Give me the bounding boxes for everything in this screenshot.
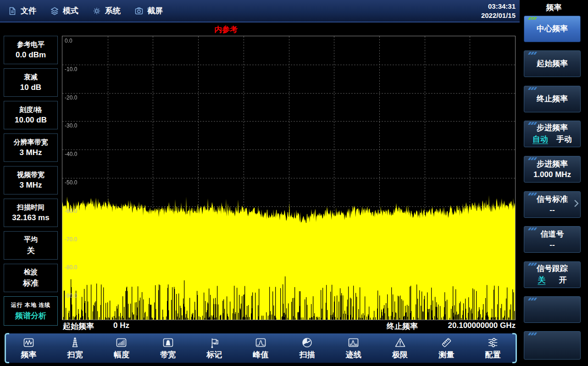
screenshot-icon xyxy=(134,6,144,16)
toolbar-config-label: 配置 xyxy=(485,349,500,360)
toolbar-marker-label: 标记 xyxy=(206,349,222,360)
menu-mode[interactable]: 模式 xyxy=(50,6,78,16)
signal-tracking-label: 信号跟踪 xyxy=(537,264,568,273)
attenuation-label: 衰减 xyxy=(24,73,38,82)
tracking-off-option[interactable]: 关 xyxy=(538,275,545,285)
vbw-value: 3 MHz xyxy=(19,181,42,190)
ytick-60: -60.0 xyxy=(65,208,77,214)
empty-softkey-button-1[interactable] xyxy=(524,296,581,323)
step-frequency-mode-label: 步进频率 xyxy=(537,123,568,133)
toolbar-measure-label: 测量 xyxy=(438,349,454,360)
config-icon xyxy=(487,337,499,349)
toolbar-limit-label: 极限 xyxy=(392,349,408,360)
step-auto-option[interactable]: 自动 xyxy=(533,134,548,144)
detector-value: 标准 xyxy=(23,278,39,288)
average-box[interactable]: 平均 关 xyxy=(4,231,58,260)
step-frequency-mode-button[interactable]: 步进频率 自动 手动 xyxy=(524,121,581,147)
button-indicator-icon xyxy=(529,227,536,230)
ytick-90: -90.0 xyxy=(65,293,77,299)
detector-label: 检波 xyxy=(24,268,38,277)
menu-mode-label: 模式 xyxy=(63,6,78,16)
frequency-status-line: 起始频率 0 Hz 终止频率 20.100000000 GHz xyxy=(62,321,516,331)
ref-level-box[interactable]: 参考电平 0.0 dBm xyxy=(4,36,58,64)
tracking-on-option[interactable]: 开 xyxy=(559,275,567,285)
step-manual-option[interactable]: 手动 xyxy=(556,134,572,144)
ytick-30: -30.0 xyxy=(65,122,77,129)
clock: 03:34:31 2022/01/15 xyxy=(481,2,516,20)
run-status-box: 运行 本地 连续 频谱分析 xyxy=(4,296,58,326)
toolbar-peak[interactable]: 峰值 xyxy=(238,333,284,363)
empty-softkey-button-2[interactable] xyxy=(524,331,581,360)
start-frequency-label: 起始频率 xyxy=(63,321,94,332)
toolbar-span-label: 扫宽 xyxy=(67,349,83,360)
rbw-label: 分辨率带宽 xyxy=(14,138,48,147)
attenuation-box[interactable]: 衰减 10 dB xyxy=(4,68,58,97)
toolbar-span[interactable]: 扫宽 xyxy=(52,333,98,363)
sweep-time-box[interactable]: 扫描时间 32.163 ms xyxy=(4,199,58,227)
toolbar-bandwidth[interactable]: 带宽 xyxy=(145,333,191,363)
span-icon xyxy=(69,337,81,349)
sweep-time-label: 扫描时间 xyxy=(17,203,44,212)
toolbar-bandwidth-label: 带宽 xyxy=(160,349,176,360)
toolbar-config[interactable]: 配置 xyxy=(470,333,516,363)
run-status-text: 运行 本地 连续 xyxy=(11,301,51,309)
ytick-10: -10.0 xyxy=(65,66,77,72)
toolbar-frequency[interactable]: 频率 xyxy=(6,333,52,363)
right-softkey-panel: 频率 中心频率 起始频率 终止频率 步进频率 自动 手动 步进频率 1.000 … xyxy=(520,0,588,366)
toolbar-right-bracket xyxy=(512,333,517,363)
toolbar-amplitude[interactable]: 幅度 xyxy=(98,333,144,363)
toolbar-trace[interactable]: 迹线 xyxy=(330,333,377,363)
scale-div-value: 10.00 dB xyxy=(15,116,47,125)
stop-frequency-value: 20.100000000 GHz xyxy=(448,321,516,330)
vbw-label: 视频带宽 xyxy=(17,171,44,179)
toolbar-marker[interactable]: 标记 xyxy=(191,333,238,363)
menu-screenshot[interactable]: 截屏 xyxy=(134,6,163,16)
limit-icon xyxy=(394,337,406,349)
toolbar-sweep[interactable]: 扫描 xyxy=(284,333,330,363)
start-frequency-button[interactable]: 起始频率 xyxy=(524,50,581,77)
vbw-box[interactable]: 视频带宽 3 MHz xyxy=(4,166,58,194)
stop-frequency-button[interactable]: 终止频率 xyxy=(524,86,581,112)
trace-icon xyxy=(347,337,360,349)
peak-icon xyxy=(255,337,267,349)
signal-standard-button[interactable]: 信号标准 -- xyxy=(524,191,581,218)
step-frequency-value-button[interactable]: 步进频率 1.000 MHz xyxy=(524,156,581,183)
button-indicator-icon xyxy=(529,333,536,335)
ytick-50: -50.0 xyxy=(65,179,77,186)
toolbar-sweep-label: 扫描 xyxy=(300,349,315,360)
frequency-icon xyxy=(22,337,35,349)
time-text: 03:34:31 xyxy=(481,2,516,11)
sweep-time-value: 32.163 ms xyxy=(12,213,49,222)
center-frequency-label: 中心频率 xyxy=(537,24,568,33)
detector-box[interactable]: 检波 标准 xyxy=(4,264,58,292)
channel-number-button[interactable]: 信道号 -- xyxy=(524,226,581,253)
average-label: 平均 xyxy=(24,235,38,244)
button-indicator-icon xyxy=(529,298,536,300)
scale-div-box[interactable]: 刻度/格 10.00 dB xyxy=(4,101,58,129)
scale-div-label: 刻度/格 xyxy=(19,105,42,114)
toolbar-amplitude-label: 幅度 xyxy=(114,349,129,360)
button-indicator-icon xyxy=(529,263,536,266)
center-frequency-button[interactable]: 中心频率 xyxy=(524,16,581,42)
start-frequency-value: 0 Hz xyxy=(113,321,129,330)
gear-icon xyxy=(92,6,101,16)
stop-frequency-label: 终止频率 xyxy=(387,321,418,332)
active-indicator-icon xyxy=(529,17,536,20)
menu-file-label: 文件 xyxy=(21,6,36,16)
button-indicator-icon xyxy=(529,122,536,125)
ref-level-label: 参考电平 xyxy=(17,40,44,49)
button-indicator-icon xyxy=(529,157,536,160)
file-icon xyxy=(8,6,17,16)
menu-system[interactable]: 系统 xyxy=(92,6,121,16)
rbw-box[interactable]: 分辨率带宽 3 MHz xyxy=(4,133,58,162)
ytick-70: -70.0 xyxy=(65,236,77,243)
menu-file[interactable]: 文件 xyxy=(8,6,36,16)
signal-tracking-button[interactable]: 信号跟踪 关 开 xyxy=(524,261,581,288)
menu-system-label: 系统 xyxy=(105,6,121,16)
stop-frequency-button-label: 终止频率 xyxy=(537,94,568,104)
toolbar-trace-label: 迹线 xyxy=(346,349,361,360)
start-frequency-button-label: 起始频率 xyxy=(537,59,568,68)
toolbar-limit[interactable]: 极限 xyxy=(377,333,423,363)
internal-reference-label: 内参考 xyxy=(214,24,238,35)
toolbar-measure[interactable]: 测量 xyxy=(423,333,470,363)
